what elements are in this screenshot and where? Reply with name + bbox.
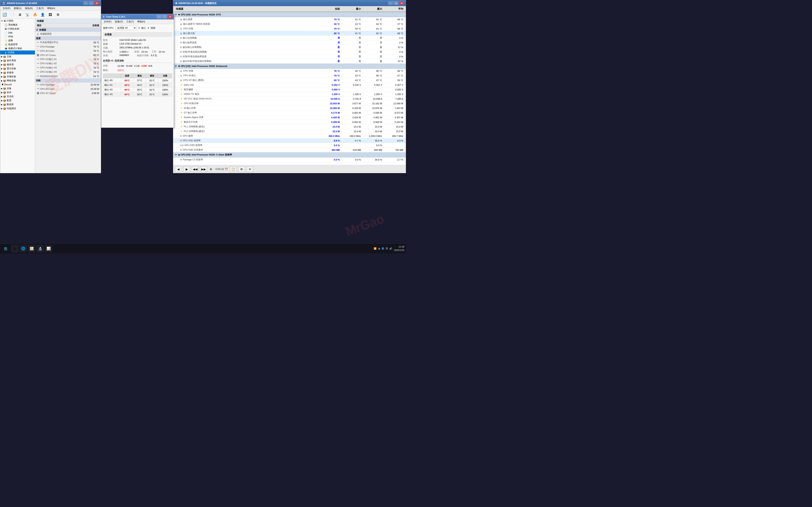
coretemp-cpu-selector: 选择 CPU: 处理器 #0 4 核心 4 线程 <box>103 26 172 30</box>
tree-arrow-benchmark[interactable]: ▶ <box>1 108 3 110</box>
tree-item-dmi[interactable]: 📄 DMI <box>0 31 35 35</box>
hwinfo-row-current-1-4: 0.000 V <box>316 88 342 91</box>
tray-bluetooth[interactable]: 🔵 <box>382 247 385 250</box>
tree-arrow-software[interactable]: ▶ <box>1 92 3 94</box>
hwinfo-row-name-1-0: 🌡 CPU 封装 <box>174 69 316 72</box>
ct-menu-tools[interactable]: 工具(T) <box>124 20 136 24</box>
aida64-refresh-button[interactable]: 🔄 <box>1 12 8 18</box>
coretemp-minimize-button[interactable]: ─ <box>156 15 161 18</box>
aida64-user-button[interactable]: 👤 <box>39 12 46 18</box>
tree-arrow-multimedia[interactable]: ▶ <box>1 72 3 74</box>
tree-arrow-config[interactable]: ▶ <box>1 100 3 102</box>
tree-item-devices[interactable]: ▶ 📦 设备 <box>0 87 35 91</box>
aida64-update-button[interactable]: 🔥 <box>32 12 39 18</box>
hwinfo-nav-next-button[interactable]: ▶ <box>183 166 190 172</box>
tree-item-sysoverview[interactable]: 📋 系统概述 <box>0 23 35 27</box>
hwinfo-nav-fastprev-button[interactable]: ◀◀ <box>192 166 199 172</box>
ct-menu-help[interactable]: 帮助(H) <box>136 20 147 24</box>
hwinfo-row-current-1-3: 0.252 V <box>316 83 342 86</box>
aida64-menu-report[interactable]: 报告(R) <box>23 6 35 10</box>
tree-item-security[interactable]: ▶ 📦 安全性 <box>0 95 35 99</box>
tree-arrow-computer[interactable]: ▼ <box>1 20 3 22</box>
aida64-minimize-button[interactable]: ─ <box>83 1 88 5</box>
coretemp-close-button[interactable]: ✕ <box>167 15 172 18</box>
taskbar-app-store[interactable]: 🪟 <box>28 245 36 252</box>
tree-item-database[interactable]: ▶ 📦 数据库 <box>0 103 35 107</box>
tree-item-overclock[interactable]: ⚡ 超频 <box>0 39 35 43</box>
tree-item-benchmark[interactable]: ▶ 📦 性能测试 <box>0 107 35 110</box>
tree-item-server[interactable]: ▶ 📦 服务器 <box>0 62 35 66</box>
tree-arrow-server[interactable]: ▶ <box>1 64 3 66</box>
aida64-close-button[interactable]: ✕ <box>94 1 99 5</box>
hwinfo-section-2[interactable]: ▼ ■ CPU [#0]: Intel Processor N150: C-St… <box>173 152 406 157</box>
tree-item-software[interactable]: ▶ 📦 软件 <box>0 91 35 95</box>
hwinfo-row-1-8: ⚡ IA 核心功率 10.065 W 0.159 W 10.876 W 7.44… <box>173 106 406 110</box>
hwinfo-time-display: 0:55:10 ⏰ <box>215 168 228 171</box>
aida64-osd-button[interactable]: 🖼 <box>47 12 54 18</box>
hwinfo-row-avg-0-8: 0 % <box>384 55 405 58</box>
tree-item-sensor[interactable]: 🌡 传感器 <box>0 51 35 55</box>
tree-item-computer[interactable]: ▼ 🖥 计算机 <box>0 19 35 23</box>
hwinfo-row-label-1-0: CPU 封装 <box>183 69 193 72</box>
hwinfo-row-icon-1-13: ⚡ <box>180 130 183 133</box>
aida64-menu-view[interactable]: 查看(V) <box>12 6 23 10</box>
tree-item-portable[interactable]: 💻 便携式计算机 <box>0 47 35 51</box>
temp-ssd-value: 54 °C <box>84 75 101 77</box>
hwinfo-row-max-1-5: 1.200 V <box>363 93 384 96</box>
aida64-report-button[interactable]: 📄 <box>9 12 16 18</box>
tree-item-network[interactable]: ▶ 📦 网络设备 <box>0 78 35 82</box>
ct-menu-file[interactable]: 文件(F) <box>102 20 113 24</box>
tree-arrow-database[interactable]: ▶ <box>1 104 3 106</box>
hwinfo-restore-button[interactable]: ◻ <box>394 1 399 5</box>
hwinfo-row-label-1-4: 电压偏移 <box>184 88 193 91</box>
tree-arrow-network[interactable]: ▶ <box>1 80 3 82</box>
tree-item-os[interactable]: ▶ 📦 操作系统 <box>0 59 35 62</box>
tree-arrow-devices[interactable]: ▶ <box>1 88 3 90</box>
tree-item-power[interactable]: 🔋 电源管理 <box>0 43 35 47</box>
tree-item-display[interactable]: ▶ 📦 显示设备 <box>0 66 35 70</box>
aida64-maximize-button[interactable]: □ <box>89 1 94 5</box>
aida64-hardware-button[interactable]: 🖥 <box>16 12 23 18</box>
hwinfo-row-max-1-7: 15.182 W <box>363 102 384 105</box>
taskbar-app-browser[interactable]: 🌐 <box>19 245 27 252</box>
tray-volume[interactable]: 🔊 <box>389 247 392 250</box>
hwinfo-section-0[interactable]: ▼ ■ CPU [#0]: Intel Processor N150: DTS <box>173 12 406 17</box>
coretemp-maximize-button[interactable]: □ <box>162 15 167 18</box>
tree-item-storage[interactable]: ▶ 📦 存储设备 <box>0 74 35 78</box>
aida64-menu-help[interactable]: 帮助(H) <box>45 6 57 10</box>
taskbar-app-hwinfo[interactable]: 📊 <box>45 245 52 252</box>
hwinfo-section-1[interactable]: ▼ ■ CPU [#0]: Intel Processor N150: Enha… <box>173 64 406 69</box>
tree-item-ipmi[interactable]: 📄 IPMI <box>0 35 35 39</box>
tree-arrow-storage[interactable]: ▶ <box>1 76 3 78</box>
tree-item-config[interactable]: ▶ 📦 配置 <box>0 99 35 103</box>
start-button[interactable]: ⊞ <box>2 245 9 252</box>
hwinfo-nav-fastnext-button[interactable]: ▶▶ <box>200 166 207 172</box>
tree-arrow-display[interactable]: ▶ <box>1 68 3 70</box>
ct-cpu-select[interactable]: 处理器 #0 <box>115 26 137 30</box>
temp-ssd-name: 〜 RS256GSSD310 <box>35 74 84 78</box>
tree-arrow-security[interactable]: ▶ <box>1 96 3 98</box>
aida64-menu-tools[interactable]: 工具(T) <box>35 6 45 10</box>
hwinfo-close-button[interactable]: ✕ <box>399 1 404 5</box>
tree-item-directx[interactable]: ✖ DirectX <box>0 82 35 87</box>
temp-core1-value: 79 °C <box>84 58 101 61</box>
hwinfo-nav-prev-button[interactable]: ◀ <box>175 166 182 172</box>
aida64-network-button[interactable]: 📡 <box>24 12 31 18</box>
tree-item-compname[interactable]: 🖥 计算机名称 <box>0 27 35 31</box>
aida64-menu-file[interactable]: 文件(F) <box>1 6 12 10</box>
hwinfo-export-button[interactable]: 📋 <box>230 166 237 172</box>
taskbar-app-files[interactable]: 🗂 <box>11 245 18 252</box>
hwinfo-stop-button[interactable]: ✕ <box>247 166 253 172</box>
taskbar-clock: 12:38 <box>394 245 404 248</box>
taskbar-app-aida[interactable]: 🔬 <box>36 245 44 252</box>
hwinfo-minimize-button[interactable]: ─ <box>388 1 393 5</box>
tree-item-motherboard[interactable]: ▶ 📦 主板 <box>0 55 35 59</box>
aida64-settings-button[interactable]: ⚙ <box>54 12 61 18</box>
tray-up-arrow[interactable]: 🔼 <box>374 247 376 250</box>
tray-ime[interactable]: 英 <box>386 247 388 250</box>
hwinfo-settings-button[interactable]: ⚙ <box>238 166 245 172</box>
ct-menu-options[interactable]: 选项(O) <box>113 20 124 24</box>
tree-arrow-os[interactable]: ▶ <box>1 60 3 62</box>
tree-item-multimedia[interactable]: ▶ 📦 多媒体 <box>0 70 35 74</box>
tree-arrow-motherboard[interactable]: ▶ <box>1 56 3 58</box>
